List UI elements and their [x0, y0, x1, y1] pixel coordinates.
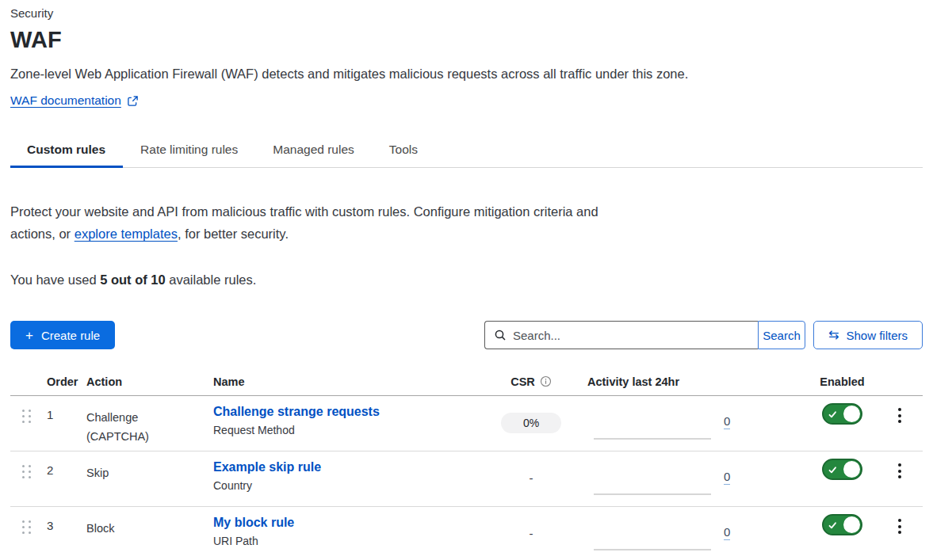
show-filters-label: Show filters: [846, 329, 908, 342]
csr-empty: -: [530, 468, 533, 485]
csr-label: CSR: [510, 375, 535, 388]
table-row: 3 Block My block rule URI Path - 0: [10, 507, 923, 560]
rule-name-link[interactable]: Example skip rule: [213, 460, 321, 474]
column-header-name: Name: [213, 375, 475, 388]
waf-page: Security WAF Zone-level Web Application …: [0, 0, 933, 560]
tab-tools[interactable]: Tools: [372, 135, 435, 167]
rule-order: 3: [42, 507, 86, 532]
csr-badge: 0%: [501, 413, 561, 433]
rule-action: Challenge (CAPTCHA): [86, 396, 166, 446]
usage-suffix: available rules.: [166, 272, 257, 287]
csr-empty: -: [530, 524, 533, 540]
enabled-toggle[interactable]: [822, 514, 862, 535]
table-row: 1 Challenge (CAPTCHA) Challenge strange …: [10, 396, 923, 451]
enabled-toggle[interactable]: [822, 403, 862, 425]
toolbar: + Create rule Search ⇆ Show filters: [10, 321, 923, 349]
rule-name-link[interactable]: My block rule: [213, 516, 294, 529]
activity-sparkline: [594, 493, 711, 495]
activity-sparkline: [594, 438, 711, 440]
rule-order: 2: [42, 451, 86, 477]
show-filters-button[interactable]: ⇆ Show filters: [813, 321, 923, 349]
column-header-order: Order: [42, 375, 86, 388]
column-header-csr: CSR: [510, 375, 552, 388]
activity-count-link[interactable]: 0: [724, 525, 730, 540]
info-icon[interactable]: [540, 375, 552, 387]
column-header-enabled: Enabled: [820, 375, 864, 388]
create-rule-button[interactable]: + Create rule: [10, 321, 115, 349]
rule-name-link[interactable]: Challenge strange requests: [213, 405, 380, 418]
breadcrumb-security: Security: [10, 6, 923, 20]
swap-arrows-icon: ⇆: [828, 329, 839, 341]
intro-text-after: , for better security.: [178, 227, 289, 241]
usage-prefix: You have used: [10, 272, 100, 287]
tab-bar: Custom rules Rate limiting rules Managed…: [10, 135, 923, 168]
intro-text: Protect your website and API from malici…: [10, 200, 598, 245]
table-header-row: Order Action Name CSR Activity last 24hr…: [10, 368, 923, 396]
waf-documentation-link[interactable]: WAF documentation: [10, 93, 121, 108]
tab-managed-rules[interactable]: Managed rules: [255, 135, 372, 167]
create-rule-label: Create rule: [41, 329, 100, 342]
search-box: [484, 321, 758, 349]
rule-action: Block: [86, 507, 166, 538]
table-row: 2 Skip Example skip rule Country - 0: [10, 451, 923, 507]
kebab-menu-icon[interactable]: [893, 517, 906, 535]
rules-table: Order Action Name CSR Activity last 24hr…: [10, 368, 923, 560]
column-header-activity: Activity last 24hr: [587, 375, 738, 388]
search-button[interactable]: Search: [758, 321, 805, 349]
column-header-action: Action: [86, 375, 213, 388]
tab-rate-limiting-rules[interactable]: Rate limiting rules: [123, 135, 255, 167]
rule-field: Request Method: [213, 424, 475, 436]
rule-field: URI Path: [213, 535, 475, 547]
rule-action: Skip: [86, 451, 166, 482]
page-title: WAF: [10, 27, 923, 53]
usage-count: 5 out of 10: [100, 272, 166, 287]
kebab-menu-icon[interactable]: [893, 462, 906, 480]
check-icon: [828, 464, 838, 478]
activity-count-link[interactable]: 0: [724, 470, 730, 485]
usage-summary: You have used 5 out of 10 available rule…: [10, 272, 923, 288]
activity-count-link[interactable]: 0: [724, 414, 730, 429]
doc-link-row: WAF documentation: [10, 93, 923, 108]
page-description: Zone-level Web Application Firewall (WAF…: [10, 67, 923, 82]
kebab-menu-icon[interactable]: [893, 406, 906, 425]
external-link-icon: [127, 95, 139, 107]
tab-custom-rules[interactable]: Custom rules: [10, 135, 123, 167]
rule-order: 1: [42, 396, 86, 421]
check-icon: [828, 409, 838, 423]
search-input[interactable]: [513, 329, 749, 342]
activity-sparkline: [594, 549, 711, 550]
enabled-toggle[interactable]: [822, 459, 862, 480]
drag-handle-icon[interactable]: [22, 465, 31, 478]
drag-handle-icon[interactable]: [22, 520, 31, 534]
explore-templates-link[interactable]: explore templates: [75, 227, 178, 241]
search-icon: [494, 329, 507, 341]
plus-icon: +: [25, 329, 33, 342]
search-group: Search: [484, 321, 805, 349]
rule-field: Country: [213, 479, 475, 492]
check-icon: [828, 520, 838, 534]
drag-handle-icon[interactable]: [22, 410, 31, 423]
